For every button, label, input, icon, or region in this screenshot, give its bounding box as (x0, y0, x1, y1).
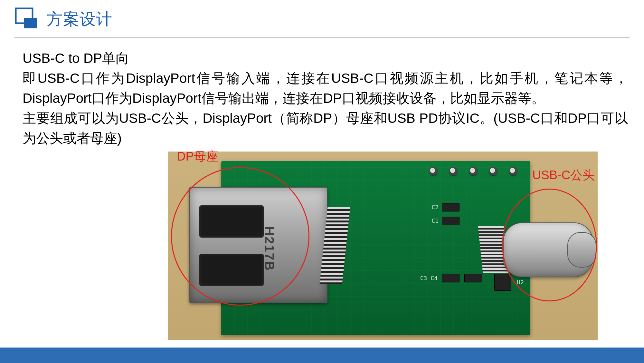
dp-female-receptacle: H217B (189, 187, 327, 303)
smd-c3 (442, 274, 459, 282)
pad (429, 167, 438, 175)
body-paragraph-1: 即USB-C口作为DisplayPort信号输入端，连接在USB-C口视频源主机… (23, 68, 628, 108)
pcb-board: H217B C2 C1 C3 C4 U2 (221, 161, 530, 335)
slide-bottom-bar (0, 348, 644, 363)
header-bullet-icon (14, 7, 39, 29)
smd-c1 (442, 217, 459, 225)
slide-title: 方案设计 (47, 8, 112, 30)
usbc-tip (567, 232, 596, 268)
silk-c3-c4: C3 C4 (420, 275, 438, 281)
usb-c-male-plug (503, 222, 593, 277)
slide-body: USB-C to DP单向 即USB-C口作为DisplayPort信号输入端，… (23, 48, 628, 148)
dp-part-number: H217B (262, 226, 277, 271)
pad (469, 167, 478, 175)
silk-u2: U2 (517, 279, 524, 286)
header-pads (429, 167, 517, 175)
annotation-label-dp: DP母座 (177, 148, 218, 165)
pad (489, 167, 497, 175)
pad (449, 167, 458, 175)
annotation-label-usbc: USB-C公头 (532, 167, 595, 183)
pad (509, 167, 517, 175)
pcb-photo: H217B C2 C1 C3 C4 U2 DP母座 US (168, 152, 598, 340)
body-line-1: USB-C to DP单向 (23, 48, 628, 68)
svg-rect-1 (24, 18, 37, 28)
body-paragraph-2: 主要组成可以为USB-C公头，DisplayPort（简称DP）母座和USB P… (23, 108, 628, 148)
silk-c2: C2 (431, 204, 439, 211)
dp-solder-pins (319, 207, 350, 284)
slide-header: 方案设计 (14, 7, 630, 38)
smd-c2 (442, 203, 459, 211)
smd-c4 (464, 274, 482, 282)
silk-c1: C1 (431, 217, 439, 224)
